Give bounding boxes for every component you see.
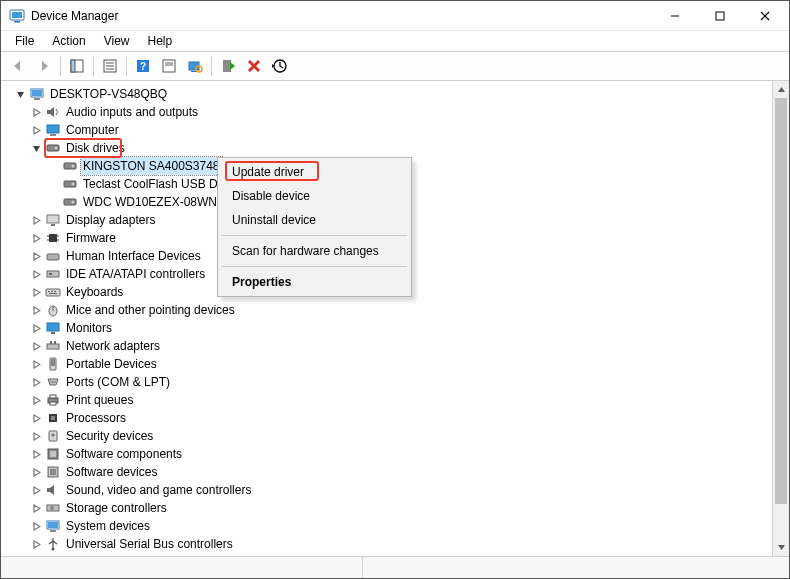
disk-icon — [61, 175, 79, 193]
chevron-right-icon[interactable] — [29, 409, 44, 427]
enable-device-button[interactable] — [216, 54, 240, 78]
chevron-right-icon[interactable] — [29, 463, 44, 481]
scroll-thumb[interactable] — [775, 98, 787, 504]
tree-item-ports[interactable]: Ports (COM & LPT) — [5, 373, 772, 391]
tree-label: Software components — [64, 445, 184, 463]
svg-rect-72 — [50, 451, 56, 457]
tree-label: Print queues — [64, 391, 135, 409]
tree-item-swcomponents[interactable]: Software components — [5, 445, 772, 463]
properties-button[interactable] — [98, 54, 122, 78]
tree-label: Keyboards — [64, 283, 125, 301]
tree-item-security[interactable]: Security devices — [5, 427, 772, 445]
menu-file[interactable]: File — [7, 34, 42, 48]
action-button[interactable] — [157, 54, 181, 78]
svg-point-30 — [55, 147, 58, 150]
tree-label: Processors — [64, 409, 128, 427]
toolbar-separator — [93, 56, 94, 76]
svg-point-80 — [52, 548, 55, 551]
tree-item-swdevices[interactable]: Software devices — [5, 463, 772, 481]
tree-item-monitors[interactable]: Monitors — [5, 319, 772, 337]
chevron-right-icon[interactable] — [29, 535, 44, 553]
tree-item-computer[interactable]: Computer — [5, 121, 772, 139]
tree-label: Mice and other pointing devices — [64, 301, 237, 319]
tree-label: Firmware — [64, 229, 118, 247]
svg-rect-50 — [54, 291, 56, 292]
svg-text:?: ? — [140, 61, 146, 72]
chevron-right-icon[interactable] — [29, 373, 44, 391]
menu-help[interactable]: Help — [140, 34, 181, 48]
svg-rect-56 — [47, 344, 59, 349]
tree-item-processors[interactable]: Processors — [5, 409, 772, 427]
chevron-right-icon[interactable] — [29, 427, 44, 445]
help-button[interactable]: ? — [131, 54, 155, 78]
chevron-right-icon[interactable] — [29, 337, 44, 355]
ctx-uninstall-device[interactable]: Uninstall device — [220, 208, 409, 232]
chevron-down-icon[interactable] — [29, 139, 44, 157]
chevron-right-icon[interactable] — [29, 103, 44, 121]
tree-item-network[interactable]: Network adapters — [5, 337, 772, 355]
update-driver-button[interactable] — [268, 54, 292, 78]
chevron-right-icon[interactable] — [29, 211, 44, 229]
tree-label: Universal Serial Bus controllers — [64, 535, 235, 553]
chevron-right-icon[interactable] — [29, 391, 44, 409]
svg-rect-55 — [51, 332, 55, 334]
close-button[interactable] — [742, 2, 787, 30]
tree-item-usb[interactable]: Universal Serial Bus controllers — [5, 535, 772, 553]
chevron-right-icon[interactable] — [29, 229, 44, 247]
scan-hardware-button[interactable] — [183, 54, 207, 78]
toolbar-separator — [60, 56, 61, 76]
chevron-right-icon[interactable] — [29, 265, 44, 283]
tree-label: IDE ATA/ATAPI controllers — [64, 265, 207, 283]
minimize-button[interactable] — [652, 2, 697, 30]
vertical-scrollbar[interactable] — [772, 81, 789, 556]
chevron-down-icon[interactable] — [13, 85, 28, 103]
toolbar: ? — [1, 51, 789, 81]
content-area: DESKTOP-VS48QBQ Audio inputs and outputs… — [1, 81, 789, 556]
svg-rect-8 — [71, 60, 75, 72]
computer-icon — [28, 85, 46, 103]
chevron-right-icon[interactable] — [29, 283, 44, 301]
tree-label: Monitors — [64, 319, 114, 337]
ctx-label: Uninstall device — [232, 213, 316, 227]
ctx-properties[interactable]: Properties — [220, 270, 409, 294]
chevron-right-icon[interactable] — [29, 247, 44, 265]
tree-item-mice[interactable]: Mice and other pointing devices — [5, 301, 772, 319]
chevron-right-icon[interactable] — [29, 517, 44, 535]
monitor-icon — [44, 319, 62, 337]
chevron-right-icon[interactable] — [29, 445, 44, 463]
ctx-update-driver[interactable]: Update driver — [220, 160, 409, 184]
svg-point-61 — [50, 381, 52, 383]
tree-item-system[interactable]: System devices — [5, 517, 772, 535]
scroll-track[interactable] — [773, 98, 789, 539]
show-hide-tree-button[interactable] — [65, 54, 89, 78]
chevron-right-icon[interactable] — [29, 301, 44, 319]
scroll-down-button[interactable] — [773, 539, 789, 556]
chevron-right-icon[interactable] — [29, 499, 44, 517]
device-tree[interactable]: DESKTOP-VS48QBQ Audio inputs and outputs… — [1, 81, 772, 556]
chevron-right-icon[interactable] — [29, 319, 44, 337]
ctx-disable-device[interactable]: Disable device — [220, 184, 409, 208]
menu-action[interactable]: Action — [44, 34, 93, 48]
ctx-separator — [222, 266, 407, 267]
tree-label: Audio inputs and outputs — [64, 103, 200, 121]
maximize-button[interactable] — [697, 2, 742, 30]
svg-rect-49 — [51, 291, 53, 292]
menu-view[interactable]: View — [96, 34, 138, 48]
tree-item-printqueues[interactable]: Print queues — [5, 391, 772, 409]
tree-item-sound[interactable]: Sound, video and game controllers — [5, 481, 772, 499]
chevron-right-icon[interactable] — [29, 121, 44, 139]
ctx-scan-hardware[interactable]: Scan for hardware changes — [220, 239, 409, 263]
tree-item-storage[interactable]: Storage controllers — [5, 499, 772, 517]
tree-item-audio[interactable]: Audio inputs and outputs — [5, 103, 772, 121]
tree-label: DESKTOP-VS48QBQ — [48, 85, 169, 103]
hid-icon — [44, 247, 62, 265]
sound-icon — [44, 481, 62, 499]
svg-rect-65 — [50, 395, 56, 398]
tree-item-portable[interactable]: Portable Devices — [5, 355, 772, 373]
chevron-right-icon[interactable] — [29, 481, 44, 499]
chevron-right-icon[interactable] — [29, 355, 44, 373]
tree-root[interactable]: DESKTOP-VS48QBQ — [5, 85, 772, 103]
scroll-up-button[interactable] — [773, 81, 789, 98]
tree-item-disk-drives[interactable]: Disk drives — [5, 139, 772, 157]
uninstall-device-button[interactable] — [242, 54, 266, 78]
